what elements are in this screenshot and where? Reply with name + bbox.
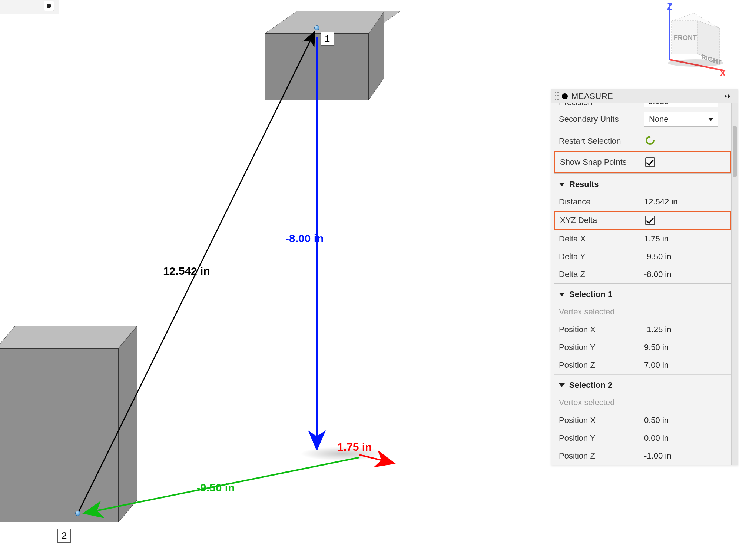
show-snap-label: Show Snap Points [560, 157, 645, 167]
row-delta-y: Delta Y -9.50 in [551, 248, 731, 266]
svg-rect-17 [555, 95, 556, 96]
sel2-px-value: 0.50 in [644, 416, 724, 425]
delta-z-label: Delta Z [559, 270, 644, 279]
selection-2-header-text: Selection 2 [569, 380, 612, 390]
sel2-px-label: Position X [559, 416, 644, 425]
delta-z-label: -8.00 in [285, 232, 324, 245]
delta-y-label: -9.50 in [196, 481, 235, 494]
panel-title: MEASURE [571, 91, 724, 101]
row-show-snap-points: Show Snap Points [555, 154, 730, 171]
chevron-down-icon [559, 183, 565, 186]
panel-scrollbar[interactable] [731, 103, 738, 465]
highlight-xyz-delta: XYZ Delta [554, 211, 731, 230]
delta-x-value: 1.75 in [644, 234, 724, 244]
xyz-delta-checkbox[interactable] [645, 216, 655, 225]
delta-z-value: -8.00 in [644, 270, 724, 279]
xyz-delta-label: XYZ Delta [560, 216, 645, 225]
snap-point-2[interactable] [75, 511, 80, 516]
sel1-pz-label: Position Z [559, 360, 644, 370]
row-sel2-px: Position X 0.50 in [551, 411, 731, 429]
row-sel1-px: Position X -1.25 in [551, 321, 731, 339]
sel1-px-value: -1.25 in [644, 325, 724, 334]
svg-text:Z: Z [667, 2, 673, 11]
browser-panel-collapsed [0, 0, 59, 14]
sel1-pz-value: 7.00 in [644, 360, 724, 370]
selection-1-header[interactable]: Selection 1 [551, 284, 731, 303]
view-cube[interactable]: Z X FRONT RIGHT [653, 2, 727, 76]
results-header-text: Results [569, 180, 599, 189]
delta-x-label: 1.75 in [337, 441, 372, 453]
selection-2-header[interactable]: Selection 2 [551, 375, 731, 394]
drag-grip-icon[interactable] [555, 93, 560, 100]
svg-rect-19 [557, 92, 559, 93]
precision-label: Precision [559, 103, 644, 107]
row-sel1-pz: Position Z 7.00 in [551, 356, 731, 374]
sel2-py-label: Position Y [559, 433, 644, 443]
distance-label: 12.542 in [163, 265, 210, 277]
snap-point-2-tag: 2 [57, 529, 71, 543]
selection-1-type: Vertex selected [559, 307, 724, 317]
measure-panel-body: Precision 0.123 Secondary Units None Res… [551, 103, 738, 465]
svg-rect-1 [47, 6, 50, 6]
row-distance: Distance 12.542 in [551, 193, 731, 211]
delta-x-label: Delta X [559, 234, 644, 244]
row-delta-z: Delta Z -8.00 in [551, 266, 731, 283]
svg-rect-20 [557, 95, 559, 96]
row-xyz-delta: XYZ Delta [555, 212, 730, 229]
sel2-pz-value: -1.00 in [644, 451, 724, 461]
snap-point-1-tag: 1 [321, 32, 334, 46]
row-delta-x: Delta X 1.75 in [551, 230, 731, 248]
distance-value: 12.542 in [644, 197, 724, 207]
row-sel2-type: Vertex selected [551, 394, 731, 411]
sel2-pz-label: Position Z [559, 451, 644, 461]
row-sel1-py: Position Y 9.50 in [551, 339, 731, 356]
svg-rect-16 [555, 92, 556, 93]
snap-point-1[interactable] [314, 25, 319, 30]
measure-panel: MEASURE Precision 0.123 Secondary Units … [551, 89, 738, 465]
restart-selection-label: Restart Selection [559, 136, 644, 146]
results-section-header[interactable]: Results [551, 174, 731, 193]
delta-y-value: -9.50 in [644, 252, 724, 261]
secondary-units-value: None [649, 114, 669, 124]
selection-1-header-text: Selection 1 [569, 290, 612, 299]
secondary-units-dropdown[interactable]: None [644, 112, 718, 127]
collapse-icon[interactable] [44, 1, 54, 11]
bullet-icon [562, 93, 568, 99]
row-sel2-py: Position Y 0.00 in [551, 429, 731, 447]
highlight-show-snap: Show Snap Points [554, 151, 731, 173]
distance-label: Distance [559, 197, 644, 207]
sel1-py-label: Position Y [559, 343, 644, 352]
show-snap-checkbox[interactable] [645, 157, 655, 167]
svg-rect-18 [555, 99, 556, 100]
scrollbar-thumb[interactable] [733, 126, 737, 177]
measure-panel-header[interactable]: MEASURE [551, 89, 738, 103]
precision-input[interactable]: 0.123 [644, 103, 718, 107]
restart-icon[interactable] [644, 135, 656, 145]
sel1-py-value: 9.50 in [644, 343, 724, 352]
selection-2-type: Vertex selected [559, 398, 724, 407]
svg-rect-21 [557, 99, 559, 100]
chevron-down-icon [559, 293, 565, 296]
row-sel1-type: Vertex selected [551, 303, 731, 321]
secondary-units-label: Secondary Units [559, 114, 644, 124]
sel1-px-label: Position X [559, 325, 644, 334]
viewport-3d[interactable]: 12.542 in -8.00 in -9.50 in 1.75 in 1 2 … [0, 0, 739, 560]
row-precision: Precision 0.123 [551, 103, 731, 108]
svg-text:X: X [720, 68, 726, 76]
delta-y-label: Delta Y [559, 252, 644, 261]
chevron-down-icon [559, 383, 565, 387]
sel2-py-value: 0.00 in [644, 433, 724, 443]
row-secondary-units: Secondary Units None [551, 108, 731, 131]
expand-icon[interactable] [724, 93, 734, 100]
row-sel2-pz: Position Z -1.00 in [551, 447, 731, 465]
svg-text:FRONT: FRONT [674, 34, 697, 41]
row-restart-selection: Restart Selection [551, 131, 731, 151]
chevron-down-icon [708, 118, 713, 121]
